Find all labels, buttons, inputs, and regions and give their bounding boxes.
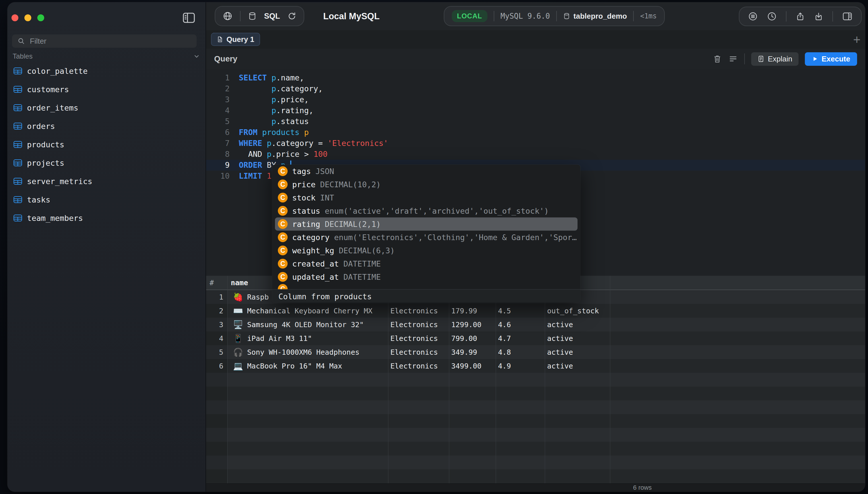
table-row[interactable]: 6💻MacBook Pro 16" M4 MaxElectronics3499.… (206, 359, 865, 373)
table-row[interactable]: 4📱iPad Air M3 11"Electronics799.004.7act… (206, 331, 865, 345)
explain-button[interactable]: Explain (751, 52, 798, 66)
autocomplete-item-category[interactable]: Ccategoryenum('Electronics','Clothing','… (272, 231, 580, 244)
sidebar-toggle-icon[interactable] (182, 12, 196, 24)
cell-rating[interactable]: 4.8 (496, 348, 545, 357)
code-line-1[interactable]: 1SELECT p.name, (206, 72, 865, 83)
autocomplete-item-price[interactable]: CpriceDECIMAL(10,2) (272, 178, 580, 191)
column-badge: C (278, 246, 288, 255)
cell-rating[interactable]: 4.6 (496, 321, 545, 329)
code-line-2[interactable]: 2 p.category, (206, 83, 865, 94)
tab-query-1[interactable]: Query 1 (211, 33, 260, 46)
sidebar-item-server_metrics[interactable]: server_metrics (7, 172, 205, 190)
sidebar-item-order_items[interactable]: order_items (7, 98, 205, 117)
query-controls: Explain Execute (713, 49, 857, 69)
column-badge: C (278, 232, 288, 242)
product-emoji: ⌨️ (233, 306, 243, 316)
cell-cat[interactable]: Electronics (388, 362, 449, 370)
close-button[interactable] (12, 14, 18, 21)
sidebar-item-customers[interactable]: customers (7, 80, 205, 98)
sidebar-item-team_members[interactable]: team_members (7, 209, 205, 227)
cell-rating[interactable]: 4.9 (496, 362, 545, 370)
cell-price[interactable]: 1299.00 (449, 321, 496, 329)
sidebar-item-orders[interactable]: orders (7, 117, 205, 135)
chevron-down-icon (193, 53, 200, 60)
header-row-number[interactable]: # (206, 276, 227, 289)
minimize-button[interactable] (24, 14, 31, 21)
cell-num[interactable]: 5 (206, 345, 227, 359)
column-name: tags (292, 167, 311, 176)
autocomplete-item-stock[interactable]: CstockINT (272, 191, 580, 204)
sidebar-item-tasks[interactable]: tasks (7, 190, 205, 209)
cell-cat[interactable]: Electronics (388, 307, 449, 315)
explain-doc-icon (757, 55, 764, 63)
code-line-8[interactable]: 8 AND p.price > 100 (206, 149, 865, 160)
code-line-3[interactable]: 3 p.price, (206, 94, 865, 105)
trash-icon[interactable] (713, 54, 722, 64)
cell-name[interactable]: 🎧Sony WH-1000XM6 Headphones (227, 347, 388, 357)
cell-status[interactable]: active (545, 321, 610, 329)
cell-price[interactable]: 3499.00 (449, 362, 496, 370)
autocomplete-item-rating[interactable]: CratingDECIMAL(2,1) (275, 217, 577, 231)
cell-price[interactable]: 179.99 (449, 307, 496, 315)
database-icon[interactable] (248, 12, 257, 21)
cell-cat[interactable]: Electronics (388, 321, 449, 329)
execute-button[interactable]: Execute (805, 52, 857, 66)
new-tab-button[interactable]: + (853, 30, 861, 49)
cell-status[interactable]: active (545, 334, 610, 343)
zoom-button[interactable] (37, 14, 44, 21)
cell-status[interactable]: out_of_stock (545, 307, 610, 315)
server-version: MySQL 9.6.0 (500, 12, 550, 20)
cell-num[interactable]: 6 (206, 359, 227, 373)
cell-rating[interactable]: 4.5 (496, 307, 545, 315)
sql-mode-label[interactable]: SQL (264, 12, 280, 21)
cell-price[interactable]: 349.99 (449, 348, 496, 357)
autocomplete-item-weight_kg[interactable]: Cweight_kgDECIMAL(6,3) (272, 244, 580, 257)
autocomplete-item-created_at[interactable]: Ccreated_atDATETIME (272, 257, 580, 270)
table-row[interactable]: 3🖥️Samsung 4K OLED Monitor 32"Electronic… (206, 318, 865, 331)
product-emoji: 🎧 (233, 347, 243, 357)
table-name: products (27, 140, 64, 149)
cell-name[interactable]: ⌨️Mechanical Keyboard Cherry MX (227, 306, 388, 316)
cell-num[interactable]: 4 (206, 331, 227, 345)
cell-cat[interactable]: Electronics (388, 334, 449, 343)
history-clock-icon[interactable] (767, 12, 777, 21)
cell-rating[interactable]: 4.7 (496, 334, 545, 343)
download-icon[interactable] (814, 12, 823, 21)
table-name: orders (27, 122, 55, 131)
filter-input[interactable] (29, 37, 185, 46)
column-badge: C (278, 284, 288, 289)
cell-name[interactable]: 🖥️Samsung 4K OLED Monitor 32" (227, 320, 388, 329)
autocomplete-item-status[interactable]: Cstatusenum('active','draft','archived',… (272, 204, 580, 217)
table-row[interactable]: 2⌨️Mechanical Keyboard Cherry MXElectron… (206, 304, 865, 318)
cell-num[interactable]: 3 (206, 318, 227, 331)
refresh-icon[interactable] (288, 12, 296, 20)
sidebar-item-products[interactable]: products (7, 135, 205, 154)
autocomplete-item-tags[interactable]: CtagsJSON (272, 165, 580, 178)
globe-icon[interactable] (223, 11, 233, 21)
sidebar-item-color_palette[interactable]: color_palette (7, 62, 205, 80)
autocomplete-item-updated_at[interactable]: Cupdated_atDATETIME (272, 270, 580, 284)
filter-field[interactable] (12, 35, 197, 48)
filter-lines-icon[interactable] (748, 12, 758, 21)
cell-status[interactable]: active (545, 348, 610, 357)
column-name: status (292, 207, 320, 215)
sidebar-item-projects[interactable]: projects (7, 154, 205, 172)
cell-name[interactable]: 📱iPad Air M3 11" (227, 334, 388, 343)
cell-cat[interactable]: Electronics (388, 348, 449, 357)
table-name: tasks (27, 195, 50, 204)
code-line-5[interactable]: 5 p.status (206, 116, 865, 127)
right-panel-icon[interactable] (842, 12, 852, 21)
code-line-4[interactable]: 4 p.rating, (206, 105, 865, 116)
cell-num[interactable]: 2 (206, 304, 227, 318)
cell-num[interactable]: 1 (206, 290, 227, 304)
table-row[interactable]: 5🎧Sony WH-1000XM6 HeadphonesElectronics3… (206, 345, 865, 359)
code-line-6[interactable]: 6FROM products p (206, 127, 865, 138)
cell-price[interactable]: 799.00 (449, 334, 496, 343)
share-icon[interactable] (796, 12, 805, 21)
cell-status[interactable]: active (545, 362, 610, 370)
tables-section-header[interactable]: Tables (13, 52, 200, 61)
database-selector[interactable]: tablepro_demo (563, 12, 627, 21)
code-line-7[interactable]: 7WHERE p.category = 'Electronics' (206, 138, 865, 149)
format-lines-icon[interactable] (728, 54, 738, 64)
cell-name[interactable]: 💻MacBook Pro 16" M4 Max (227, 361, 388, 371)
